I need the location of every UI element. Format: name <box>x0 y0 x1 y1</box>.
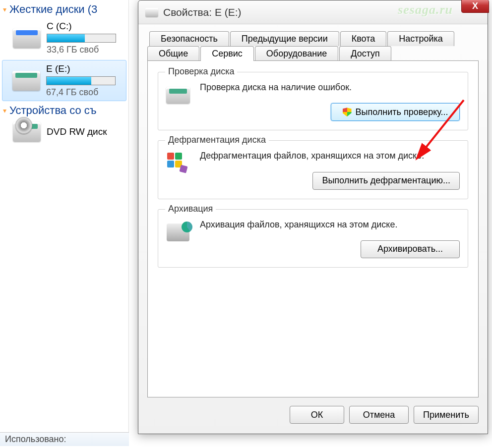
hard-drive-icon <box>12 71 40 91</box>
group-description: Дефрагментация файлов, хранящихся на это… <box>200 150 460 162</box>
tab-sharing[interactable]: Доступ <box>339 46 391 61</box>
apply-button[interactable]: Применить <box>414 406 479 424</box>
status-used-label: Использовано: <box>5 434 66 444</box>
drive-c[interactable]: C (C:) 33,6 ГБ своб <box>0 19 128 60</box>
ok-button[interactable]: ОК <box>290 406 344 424</box>
usage-bar <box>46 76 116 85</box>
chevron-down-icon: ▾ <box>3 107 6 114</box>
button-label: ОК <box>311 410 323 420</box>
defrag-now-button[interactable]: Выполнить дефрагментацию... <box>312 172 460 190</box>
defrag-icon <box>164 152 192 175</box>
drive-name: DVD RW диск <box>47 126 107 137</box>
button-label: Архивировать... <box>377 244 443 254</box>
explorer-panel: ▾ Жесткие диски (3 C (C:) 33,6 ГБ своб E… <box>0 0 129 446</box>
drive-name: E (E:) <box>46 63 116 74</box>
group-description: Проверка диска на наличие ошибок. <box>200 81 460 93</box>
drive-name: C (C:) <box>47 21 116 32</box>
tab-panel-tools: Проверка диска Проверка диска на наличие… <box>147 60 479 397</box>
tab-tools[interactable]: Сервис <box>200 46 254 61</box>
tab-container: Безопасность Предыдущие версии Квота Нас… <box>147 31 479 398</box>
tab-previous-versions[interactable]: Предыдущие версии <box>230 31 339 46</box>
tab-customize[interactable]: Настройка <box>387 31 454 46</box>
check-disk-icon <box>164 83 192 107</box>
cancel-button[interactable]: Отмена <box>349 406 409 424</box>
status-bar: Использовано: <box>0 432 129 446</box>
group-defrag: Дефрагментация диска Дефрагментация файл… <box>158 140 468 199</box>
close-button[interactable]: X <box>461 0 489 13</box>
button-label: Отмена <box>363 410 395 420</box>
category-hard-drives[interactable]: ▾ Жесткие диски (3 <box>0 0 128 19</box>
group-check-disk: Проверка диска Проверка диска на наличие… <box>158 72 468 130</box>
group-backup: Архивация Архивация файлов, хранящихся н… <box>158 209 468 268</box>
group-description: Архивация файлов, хранящихся на этом дис… <box>200 219 460 230</box>
drive-e[interactable]: E (E:) 67,4 ГБ своб <box>2 60 126 101</box>
tab-hardware[interactable]: Оборудование <box>255 46 338 61</box>
dvd-drive-icon <box>13 122 41 142</box>
hard-drive-icon <box>145 8 158 17</box>
chevron-down-icon: ▾ <box>3 5 6 13</box>
group-legend: Дефрагментация диска <box>165 135 269 145</box>
category-removable[interactable]: ▾ Устройства со съ <box>0 101 128 120</box>
usage-bar <box>47 34 116 43</box>
dialog-button-row: ОК Отмена Применить <box>138 406 488 434</box>
group-legend: Архивация <box>165 204 216 214</box>
tab-security[interactable]: Безопасность <box>149 31 229 46</box>
close-icon: X <box>472 1 478 11</box>
group-legend: Проверка диска <box>165 66 237 77</box>
dialog-title: Свойства: E (E:) <box>163 6 242 18</box>
backup-icon <box>164 221 192 244</box>
drive-dvd[interactable]: DVD RW диск <box>0 120 128 147</box>
watermark-text: sesaga.ru <box>398 2 453 17</box>
shield-icon <box>343 108 352 116</box>
category-label: Жесткие диски (3 <box>9 3 97 16</box>
backup-now-button[interactable]: Архивировать... <box>361 240 460 258</box>
button-label: Выполнить проверку... <box>356 107 448 117</box>
drive-free: 33,6 ГБ своб <box>47 45 116 55</box>
check-now-button[interactable]: Выполнить проверку... <box>331 103 460 121</box>
category-label: Устройства со съ <box>9 104 97 117</box>
hard-drive-icon <box>13 28 41 48</box>
titlebar[interactable]: Свойства: E (E:) sesaga.ru X <box>138 0 488 24</box>
drive-free: 67,4 ГБ своб <box>46 87 116 98</box>
tab-general[interactable]: Общие <box>147 46 199 61</box>
button-label: Применить <box>423 410 469 420</box>
properties-dialog: Свойства: E (E:) sesaga.ru X Безопасност… <box>138 0 488 434</box>
tab-quota[interactable]: Квота <box>340 31 387 46</box>
button-label: Выполнить дефрагментацию... <box>322 175 450 186</box>
